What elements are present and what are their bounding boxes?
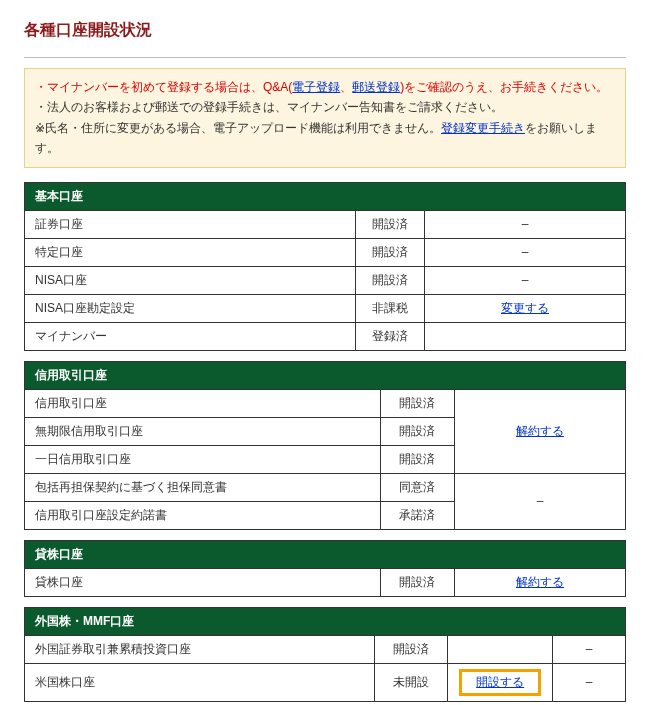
link-change-register[interactable]: 登録変更手続き: [441, 121, 525, 135]
link-e-register[interactable]: 電子登録: [292, 80, 340, 94]
cancel-link[interactable]: 解約する: [516, 575, 564, 589]
open-link[interactable]: 開設する: [476, 675, 524, 689]
table-row: 特定口座 開設済 –: [25, 238, 626, 266]
table-row: 信用取引口座 開設済 解約する: [25, 389, 626, 417]
notice-box: ・マイナンバーを初めて登録する場合は、Q&A(電子登録、郵送登録)をご確認のうえ…: [24, 68, 626, 168]
table-row: NISA口座勘定設定 非課税 変更する: [25, 294, 626, 322]
section-foreign: 外国株・MMF口座 外国証券取引兼累積投資口座 開設済 – 米国株口座 未開設 …: [24, 607, 626, 702]
table-row: 証券口座 開設済 –: [25, 210, 626, 238]
section-basic: 基本口座 証券口座 開設済 – 特定口座 開設済 – NISA口座 開設済 – …: [24, 182, 626, 351]
table-row: 包括再担保契約に基づく担保同意書 同意済 –: [25, 473, 626, 501]
change-link[interactable]: 変更する: [501, 301, 549, 315]
section-margin: 信用取引口座 信用取引口座 開設済 解約する 無期限信用取引口座 開設済 一日信…: [24, 361, 626, 530]
table-row: NISA口座 開設済 –: [25, 266, 626, 294]
title-divider: [24, 57, 626, 58]
section-header: 貸株口座: [25, 540, 626, 568]
table-row: 貸株口座 開設済 解約する: [25, 568, 626, 596]
page-title: 各種口座開設状況: [24, 20, 626, 41]
table-row: マイナンバー 登録済: [25, 322, 626, 350]
cancel-link[interactable]: 解約する: [516, 424, 564, 438]
open-button-highlight: 開設する: [459, 669, 541, 696]
table-row: 米国株口座 未開設 開設する –: [25, 663, 626, 701]
section-header: 基本口座: [25, 182, 626, 210]
section-header: 信用取引口座: [25, 361, 626, 389]
section-header: 外国株・MMF口座: [25, 607, 626, 635]
link-mail-register[interactable]: 郵送登録: [352, 80, 400, 94]
table-row: 外国証券取引兼累積投資口座 開設済 –: [25, 635, 626, 663]
section-lending: 貸株口座 貸株口座 開設済 解約する: [24, 540, 626, 597]
